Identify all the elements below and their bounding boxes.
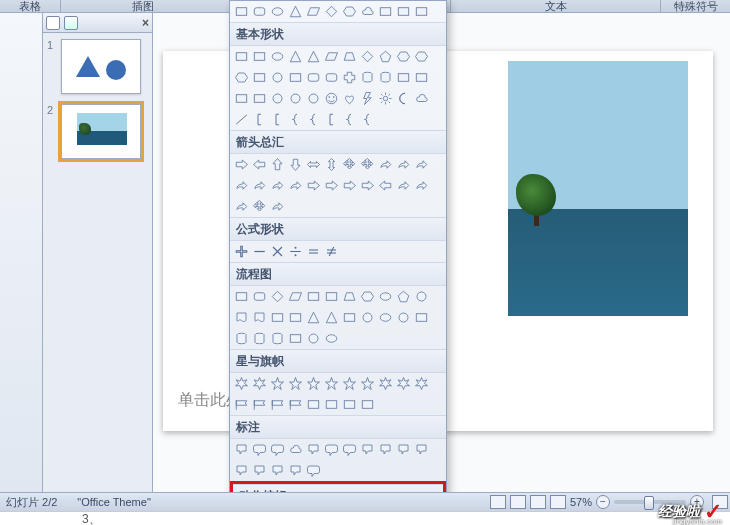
shape-ell-icon[interactable] xyxy=(269,3,286,20)
shape-doc-icon[interactable] xyxy=(233,309,250,326)
shape-star-icon[interactable] xyxy=(323,375,340,392)
shape-curv-icon[interactable] xyxy=(395,156,412,173)
zoom-percent[interactable]: 57% xyxy=(570,496,592,508)
shape-circ-icon[interactable] xyxy=(359,309,376,326)
shape-rrect-icon[interactable] xyxy=(305,69,322,86)
shape-line-icon[interactable] xyxy=(233,111,250,128)
shape-tri-icon[interactable] xyxy=(323,309,340,326)
shape-rect-icon[interactable] xyxy=(233,3,250,20)
shape-rect-icon[interactable] xyxy=(377,3,394,20)
shape-bracket-icon[interactable] xyxy=(251,111,268,128)
shape-rect-icon[interactable] xyxy=(287,309,304,326)
shape-bubble-icon[interactable] xyxy=(233,441,250,458)
shape-db-icon[interactable] xyxy=(251,330,268,347)
shape-dia-icon[interactable] xyxy=(269,288,286,305)
shape-circ-icon[interactable] xyxy=(269,90,286,107)
shape-brace-icon[interactable] xyxy=(305,111,322,128)
shape-tri-icon[interactable] xyxy=(287,48,304,65)
shape-rect-icon[interactable] xyxy=(323,396,340,413)
shape-cyl-icon[interactable] xyxy=(377,69,394,86)
shape-eq-icon[interactable] xyxy=(305,243,322,260)
shape-para-icon[interactable] xyxy=(323,48,340,65)
shape-rect-icon[interactable] xyxy=(323,288,340,305)
shapes-gallery-scroll[interactable]: 基本形状箭头总汇公式形状流程图星与旗帜标注动作按钮i?? xyxy=(230,1,446,524)
shape-arr4-icon[interactable] xyxy=(359,156,376,173)
shape-burst-icon[interactable] xyxy=(251,375,268,392)
shape-rect-icon[interactable] xyxy=(233,90,250,107)
shape-dia-icon[interactable] xyxy=(323,3,340,20)
shape-bubble-icon[interactable] xyxy=(233,462,250,479)
shape-rbubble-icon[interactable] xyxy=(305,462,322,479)
shape-star-icon[interactable] xyxy=(341,375,358,392)
shape-rrect-icon[interactable] xyxy=(323,69,340,86)
shape-rect-icon[interactable] xyxy=(341,396,358,413)
shape-db-icon[interactable] xyxy=(233,330,250,347)
shape-curv-icon[interactable] xyxy=(287,177,304,194)
shape-curv-icon[interactable] xyxy=(233,198,250,215)
shape-flag-icon[interactable] xyxy=(287,396,304,413)
shape-burst-icon[interactable] xyxy=(413,375,430,392)
shape-pent-icon[interactable] xyxy=(377,48,394,65)
shape-burst-icon[interactable] xyxy=(395,375,412,392)
shape-heart-icon[interactable] xyxy=(341,90,358,107)
shape-rect-icon[interactable] xyxy=(305,288,322,305)
shape-arrR-icon[interactable] xyxy=(323,177,340,194)
shape-rect-icon[interactable] xyxy=(341,309,358,326)
shape-arrL-icon[interactable] xyxy=(377,177,394,194)
shape-rect-icon[interactable] xyxy=(359,396,376,413)
shape-plus-icon[interactable] xyxy=(233,243,250,260)
shape-rect-icon[interactable] xyxy=(413,69,430,86)
normal-view-button[interactable] xyxy=(490,495,506,509)
shape-hex-icon[interactable] xyxy=(341,3,358,20)
shape-bubble-icon[interactable] xyxy=(287,462,304,479)
shape-rect-icon[interactable] xyxy=(233,48,250,65)
shape-curv-icon[interactable] xyxy=(269,198,286,215)
slides-view-icon[interactable] xyxy=(46,16,60,30)
shape-bubble-icon[interactable] xyxy=(359,441,376,458)
slide-thumb-box[interactable] xyxy=(61,39,141,94)
shape-arr4-icon[interactable] xyxy=(341,156,358,173)
shape-arrLR-icon[interactable] xyxy=(305,156,322,173)
shape-sun-icon[interactable] xyxy=(377,90,394,107)
shape-trap-icon[interactable] xyxy=(341,288,358,305)
shape-para-icon[interactable] xyxy=(287,288,304,305)
ribbon-tab-symbols[interactable]: 特殊符号 xyxy=(660,0,730,13)
shape-bracket-icon[interactable] xyxy=(323,111,340,128)
shape-brace-icon[interactable] xyxy=(341,111,358,128)
shape-circ-icon[interactable] xyxy=(305,90,322,107)
shape-mult-icon[interactable] xyxy=(269,243,286,260)
shape-circ-icon[interactable] xyxy=(287,90,304,107)
shape-arrR-icon[interactable] xyxy=(233,156,250,173)
shape-star-icon[interactable] xyxy=(359,375,376,392)
shape-bubble-icon[interactable] xyxy=(413,441,430,458)
shape-flag-icon[interactable] xyxy=(269,396,286,413)
shape-tri-icon[interactable] xyxy=(305,309,322,326)
shape-para-icon[interactable] xyxy=(305,3,322,20)
shape-hex-icon[interactable] xyxy=(233,69,250,86)
shape-rect-icon[interactable] xyxy=(413,3,430,20)
shape-circ-icon[interactable] xyxy=(413,288,430,305)
shape-circ-icon[interactable] xyxy=(395,309,412,326)
shape-star-icon[interactable] xyxy=(305,375,322,392)
shape-db-icon[interactable] xyxy=(269,330,286,347)
shape-tri-icon[interactable] xyxy=(305,48,322,65)
shape-curv-icon[interactable] xyxy=(413,156,430,173)
shape-trap-icon[interactable] xyxy=(341,48,358,65)
shape-brace-icon[interactable] xyxy=(287,111,304,128)
shape-bolt-icon[interactable] xyxy=(359,90,376,107)
shape-cyl-icon[interactable] xyxy=(359,69,376,86)
close-panel-button[interactable]: × xyxy=(142,16,149,30)
shape-circ-icon[interactable] xyxy=(269,69,286,86)
shape-flag-icon[interactable] xyxy=(251,396,268,413)
shape-cloud-icon[interactable] xyxy=(359,3,376,20)
shape-rect-icon[interactable] xyxy=(287,69,304,86)
shape-doc-icon[interactable] xyxy=(251,309,268,326)
outline-view-icon[interactable] xyxy=(64,16,78,30)
shape-dia-icon[interactable] xyxy=(359,48,376,65)
shape-brace-icon[interactable] xyxy=(359,111,376,128)
zoom-out-button[interactable]: − xyxy=(596,495,610,509)
shape-ell-icon[interactable] xyxy=(377,309,394,326)
shape-moon-icon[interactable] xyxy=(395,90,412,107)
shape-cloud-icon[interactable] xyxy=(413,90,430,107)
shape-curv-icon[interactable] xyxy=(413,177,430,194)
